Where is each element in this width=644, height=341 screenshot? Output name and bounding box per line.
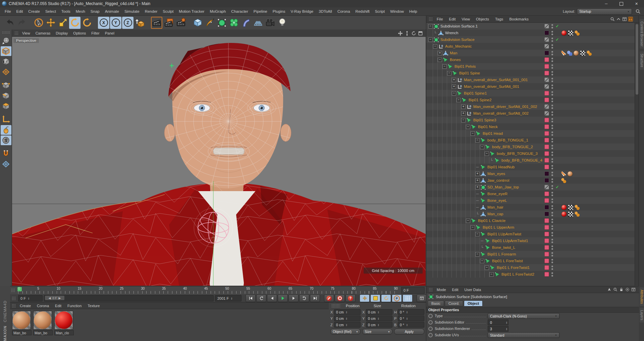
workplane-mode-button[interactable] [1, 67, 11, 77]
visibility-dots-icon[interactable] [551, 205, 553, 210]
selection-tag-icon[interactable] [575, 212, 580, 217]
collapse-icon[interactable]: − [471, 225, 475, 230]
menu-file[interactable]: File [434, 17, 446, 21]
menu-cameras[interactable]: Cameras [33, 31, 53, 35]
material-thumbnail[interactable] [33, 311, 52, 330]
visibility-dots-icon[interactable] [551, 51, 553, 55]
collapse-icon[interactable]: − [485, 152, 489, 156]
previous-frame-button[interactable] [267, 294, 277, 302]
cursor-icon[interactable] [607, 287, 611, 292]
material-tag-icon[interactable] [561, 211, 567, 217]
menu-mesh[interactable]: Mesh [73, 7, 88, 15]
visibility-dots-icon[interactable] [551, 111, 553, 116]
layer-color-swatch[interactable] [544, 191, 549, 196]
material-item[interactable]: Man_bo [12, 311, 32, 335]
tree-item-bip01-l-clavicle[interactable]: −Bip01 L Clavicle [426, 217, 639, 224]
menu-texture[interactable]: Texture [85, 304, 103, 308]
collapse-icon[interactable]: − [461, 118, 466, 122]
layer-color-swatch[interactable] [544, 24, 549, 29]
add-light-button[interactable] [276, 17, 288, 29]
rotate-tool[interactable] [69, 17, 80, 29]
size-dropdown[interactable]: Size▼ [362, 329, 392, 335]
collapse-icon[interactable]: − [475, 138, 480, 143]
viewport-view-label[interactable]: Perspective [13, 38, 39, 43]
expand-icon[interactable]: + [452, 84, 456, 89]
add-subdivision-surface-button[interactable] [216, 17, 227, 29]
render-view-button[interactable] [151, 17, 162, 29]
visibility-dots-icon[interactable] [551, 44, 553, 49]
material-item[interactable]: Man_bo [33, 311, 53, 335]
skin-tag-icon[interactable] [567, 51, 572, 56]
layer-color-swatch[interactable] [544, 124, 549, 129]
layer-color-swatch[interactable] [544, 131, 549, 136]
close-button[interactable]: ✕ [629, 0, 644, 7]
lock-x-axis-button[interactable]: X [98, 17, 109, 29]
menu-script[interactable]: Script [372, 7, 387, 15]
visibility-dots-icon[interactable] [551, 232, 553, 236]
visibility-dots-icon[interactable] [551, 225, 553, 230]
add-spline-button[interactable] [204, 17, 215, 29]
render-picture-viewer-button[interactable] [163, 17, 174, 29]
layer-color-swatch[interactable] [544, 111, 549, 116]
subdivide-uvs-dropdown[interactable]: Standard▼ [488, 332, 559, 338]
spinner-arrows-icon[interactable]: ▲▼ [346, 324, 347, 326]
viewport-canvas[interactable]: Grid Spacing : 10000 cm [12, 37, 426, 286]
menu-edit[interactable]: Edit [449, 288, 462, 292]
layer-color-swatch[interactable] [544, 151, 549, 156]
material-tag-icon[interactable] [567, 171, 573, 177]
layer-color-swatch[interactable] [544, 71, 549, 75]
menu-options[interactable]: Options [70, 31, 89, 35]
tree-item-bip01-spine1[interactable]: −Bip01 Spine1 [426, 90, 639, 97]
menu-function[interactable]: Function [64, 304, 85, 308]
texture-tag-icon[interactable] [568, 30, 574, 36]
layer-color-swatch[interactable] [544, 145, 549, 149]
tree-item-man-cap[interactable]: └Man_cap [426, 211, 639, 217]
tree-item-man-hair[interactable]: ─Man_hair [426, 204, 639, 211]
layer-color-swatch[interactable] [544, 91, 549, 96]
texture-mode-button[interactable] [1, 57, 11, 66]
redo-button[interactable] [16, 17, 28, 29]
layer-color-swatch[interactable] [544, 225, 549, 230]
menu-character[interactable]: Character [228, 7, 251, 15]
visibility-dots-icon[interactable] [551, 266, 553, 270]
enabled-check-icon[interactable]: ✓ [555, 185, 559, 189]
edges-mode-button[interactable] [1, 91, 11, 101]
menu-snap[interactable]: Snap [88, 7, 102, 15]
tree-item-bip01-l-forearm[interactable]: −Bip01 L Forearm [426, 251, 639, 258]
type-dropdown[interactable]: Catmull-Clark (N-Gons)▼ [488, 313, 559, 319]
tab-basic[interactable]: Basic [428, 300, 444, 306]
loop-button[interactable] [299, 294, 309, 302]
menu-create[interactable]: Create [25, 7, 43, 15]
layer-color-swatch[interactable] [544, 232, 549, 236]
menu-help[interactable]: Help [407, 7, 420, 15]
scroll-to-active-icon[interactable] [616, 17, 621, 21]
maximize-button[interactable] [614, 0, 629, 7]
dock-tab-attributes[interactable]: Attributes [640, 287, 644, 306]
tree-item-bip01-l-foretwist2[interactable]: −Bip01 L ForeTwist2 [426, 271, 639, 278]
layer-color-swatch[interactable] [544, 37, 549, 42]
tree-item-bip01-spine3[interactable]: −Bip01 Spine3 [426, 117, 639, 123]
selection-tag-icon[interactable] [575, 205, 580, 210]
weight-tag-icon[interactable] [561, 171, 566, 176]
visibility-dots-icon[interactable] [551, 245, 553, 250]
subdivision-editor-spinner[interactable]: 0▲▼ [488, 320, 508, 325]
panel-icon[interactable] [622, 17, 627, 21]
drag-handle-icon[interactable] [429, 17, 433, 21]
axis-mode-button[interactable] [1, 115, 11, 124]
selection-tag-icon[interactable] [575, 31, 580, 36]
animation-toggle-icon[interactable] [428, 333, 433, 337]
spinner-arrows-icon[interactable]: ▲▼ [231, 297, 232, 300]
rotate-view-icon[interactable] [411, 31, 416, 36]
layer-color-swatch[interactable] [544, 57, 549, 62]
tree-item-man-overall-driver-surfatt-001-002[interactable]: +Man_overall_driver_SurfAtt_001_002 [426, 103, 639, 110]
menu-tools[interactable]: Tools [59, 7, 73, 15]
menu-select[interactable]: Select [43, 7, 59, 15]
drag-handle-icon[interactable] [331, 304, 340, 308]
collapse-icon[interactable]: − [475, 232, 480, 236]
tree-item-man-overall-driver-surfatt-001-001[interactable]: +Man_overall_driver_SurfAtt_001_001 [426, 76, 639, 83]
layout-dropdown[interactable]: Startup▼ [577, 8, 632, 15]
tree-item-bone-eyer[interactable]: ─Bone_eyeR [426, 190, 639, 197]
end-frame-field[interactable]: 2001 F ▲▼ [215, 295, 241, 301]
expand-icon[interactable]: + [461, 105, 466, 109]
material-thumbnail[interactable] [12, 311, 31, 330]
